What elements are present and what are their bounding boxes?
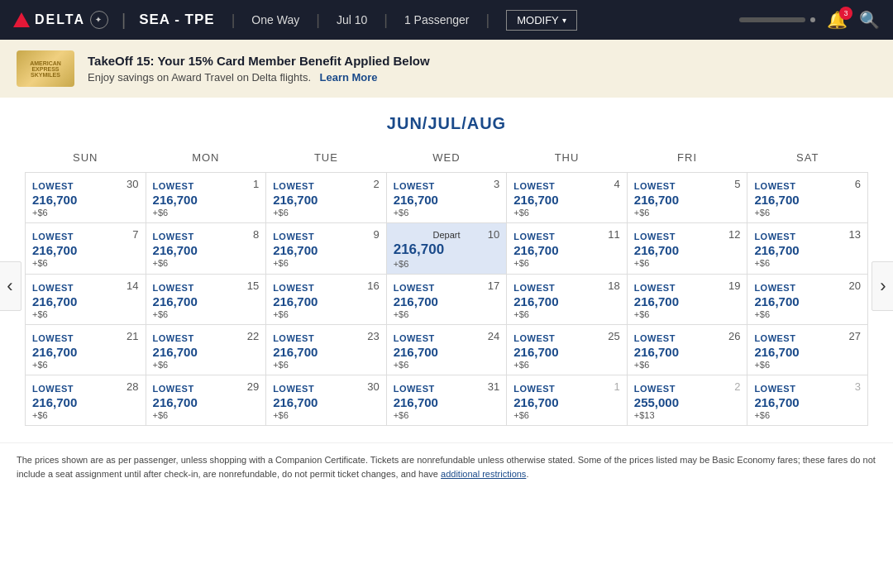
day-lowest-label: LOWEST: [754, 232, 861, 241]
calendar-day-cell[interactable]: 3LOWEST216,700+$6: [747, 375, 868, 426]
day-fee: +$13: [634, 410, 741, 420]
delta-logo[interactable]: DELTA ✦: [13, 11, 108, 29]
banner-title: TakeOff 15: Your 15% Card Member Benefit…: [88, 54, 430, 68]
day-lowest-label: LOWEST: [153, 283, 260, 293]
day-fee: +$6: [32, 410, 139, 420]
calendar-nav: ‹ › SUNMONTUEWEDTHUFRISAT 30LOWEST216,70…: [25, 146, 868, 426]
day-fee: +$6: [634, 309, 741, 319]
day-fee: +$6: [32, 258, 139, 268]
calendar-day-cell[interactable]: 19LOWEST216,700+$6: [627, 275, 747, 325]
calendar-day-cell[interactable]: 9LOWEST216,700+$6: [266, 223, 387, 275]
calendar-day-cell[interactable]: 27LOWEST216,700+$6: [747, 325, 868, 375]
banner-content: TakeOff 15: Your 15% Card Member Benefit…: [88, 54, 430, 84]
calendar-day-cell[interactable]: 1LOWEST216,700+$6: [146, 173, 266, 223]
notification-button[interactable]: 🔔 3: [827, 10, 848, 30]
learn-more-link[interactable]: Learn More: [319, 71, 377, 84]
day-lowest-label: LOWEST: [513, 232, 620, 241]
calendar-day-cell[interactable]: 18LOWEST216,700+$6: [507, 275, 628, 325]
day-lowest-label: LOWEST: [754, 283, 861, 293]
day-fee: +$6: [513, 258, 620, 268]
calendar-day-cell[interactable]: 2LOWEST255,000+$13: [627, 375, 747, 426]
day-price: 216,700: [273, 193, 380, 207]
day-number: 7: [132, 228, 138, 241]
day-fee: +$6: [153, 360, 260, 370]
calendar-day-cell[interactable]: 28LOWEST216,700+$6: [26, 375, 146, 426]
day-number: 1: [253, 178, 259, 190]
calendar-day-cell[interactable]: 11LOWEST216,700+$6: [507, 223, 628, 275]
day-number: 30: [127, 178, 138, 190]
modify-button[interactable]: MODIFY ▾: [506, 10, 577, 31]
day-lowest-label: LOWEST: [754, 384, 861, 394]
day-number: 29: [247, 380, 259, 393]
day-price: 216,700: [153, 294, 260, 308]
prev-month-button[interactable]: ‹: [0, 261, 21, 311]
day-fee: +$6: [273, 410, 380, 420]
notification-badge: 3: [839, 7, 852, 20]
calendar-day-cell[interactable]: 3LOWEST216,700+$6: [386, 173, 507, 223]
header-divider-5: |: [486, 12, 490, 29]
day-number: 5: [734, 178, 740, 190]
calendar-day-cell[interactable]: 10Depart216,700+$6: [386, 223, 507, 275]
day-fee: +$6: [754, 258, 861, 268]
day-number: 6: [855, 178, 861, 190]
day-number: 4: [614, 178, 620, 190]
day-lowest-label: LOWEST: [32, 333, 139, 343]
calendar-day-cell[interactable]: 2LOWEST216,700+$6: [266, 173, 387, 223]
day-lowest-label: LOWEST: [513, 333, 620, 343]
calendar-day-cell[interactable]: 15LOWEST216,700+$6: [146, 275, 266, 325]
calendar-day-cell[interactable]: 25LOWEST216,700+$6: [507, 325, 628, 375]
day-number: 3: [494, 178, 499, 190]
day-price: 216,700: [513, 193, 620, 207]
day-price: 255,000: [634, 395, 741, 409]
day-fee: +$6: [394, 208, 500, 218]
calendar-day-cell[interactable]: 29LOWEST216,700+$6: [146, 375, 266, 426]
calendar-day-cell[interactable]: 20LOWEST216,700+$6: [747, 275, 868, 325]
calendar-day-cell[interactable]: 31LOWEST216,700+$6: [386, 375, 507, 426]
day-number: 24: [488, 330, 499, 342]
calendar-day-cell[interactable]: 23LOWEST216,700+$6: [266, 325, 387, 375]
day-number: 20: [849, 280, 861, 292]
day-of-week-header: TUE: [266, 146, 387, 173]
day-lowest-label: LOWEST: [32, 232, 139, 241]
additional-restrictions-link[interactable]: additional restrictions: [441, 469, 526, 479]
calendar-day-cell[interactable]: 4LOWEST216,700+$6: [507, 173, 628, 223]
next-month-button[interactable]: ›: [872, 261, 893, 311]
day-fee: +$6: [513, 309, 620, 319]
calendar-day-cell[interactable]: 30LOWEST216,700+$6: [26, 173, 146, 223]
calendar-day-cell[interactable]: 8LOWEST216,700+$6: [146, 223, 266, 275]
day-price: 216,700: [634, 243, 741, 257]
calendar-day-cell[interactable]: 12LOWEST216,700+$6: [627, 223, 747, 275]
day-price: 216,700: [634, 193, 741, 207]
day-price: 216,700: [513, 243, 620, 257]
calendar-day-cell[interactable]: 6LOWEST216,700+$6: [747, 173, 868, 223]
day-price: 216,700: [153, 395, 260, 409]
day-of-week-header: SUN: [26, 146, 146, 173]
promo-banner: AMERICAN EXPRESS SKYMILES TakeOff 15: Yo…: [0, 40, 893, 98]
day-number: 28: [127, 380, 138, 393]
search-button[interactable]: 🔍: [859, 10, 880, 30]
day-price: 216,700: [394, 345, 500, 359]
calendar-day-cell[interactable]: 22LOWEST216,700+$6: [146, 325, 266, 375]
day-number: 30: [367, 380, 379, 393]
day-fee: +$6: [153, 309, 260, 319]
trip-type: One Way: [251, 13, 299, 26]
calendar-day-cell[interactable]: 7LOWEST216,700+$6: [26, 223, 146, 275]
calendar-day-cell[interactable]: 30LOWEST216,700+$6: [266, 375, 387, 426]
calendar-day-cell[interactable]: 24LOWEST216,700+$6: [386, 325, 507, 375]
day-number: 17: [488, 280, 499, 292]
account-area[interactable]: [739, 17, 815, 22]
day-number: 21: [127, 330, 138, 342]
calendar-day-cell[interactable]: 17LOWEST216,700+$6: [386, 275, 507, 325]
calendar-day-cell[interactable]: 26LOWEST216,700+$6: [627, 325, 747, 375]
calendar-container: JUN/JUL/AUG ‹ › SUNMONTUEWEDTHUFRISAT 30…: [0, 98, 893, 442]
calendar-day-cell[interactable]: 16LOWEST216,700+$6: [266, 275, 387, 325]
calendar-day-cell[interactable]: 13LOWEST216,700+$6: [747, 223, 868, 275]
calendar-day-cell[interactable]: 1LOWEST216,700+$6: [507, 375, 628, 426]
day-price: 216,700: [754, 243, 861, 257]
calendar-day-cell[interactable]: 14LOWEST216,700+$6: [26, 275, 146, 325]
calendar-day-cell[interactable]: 21LOWEST216,700+$6: [26, 325, 146, 375]
day-number: 19: [728, 280, 740, 292]
day-lowest-label: LOWEST: [153, 181, 260, 191]
passenger-count: 1 Passenger: [404, 13, 470, 26]
calendar-day-cell[interactable]: 5LOWEST216,700+$6: [627, 173, 747, 223]
